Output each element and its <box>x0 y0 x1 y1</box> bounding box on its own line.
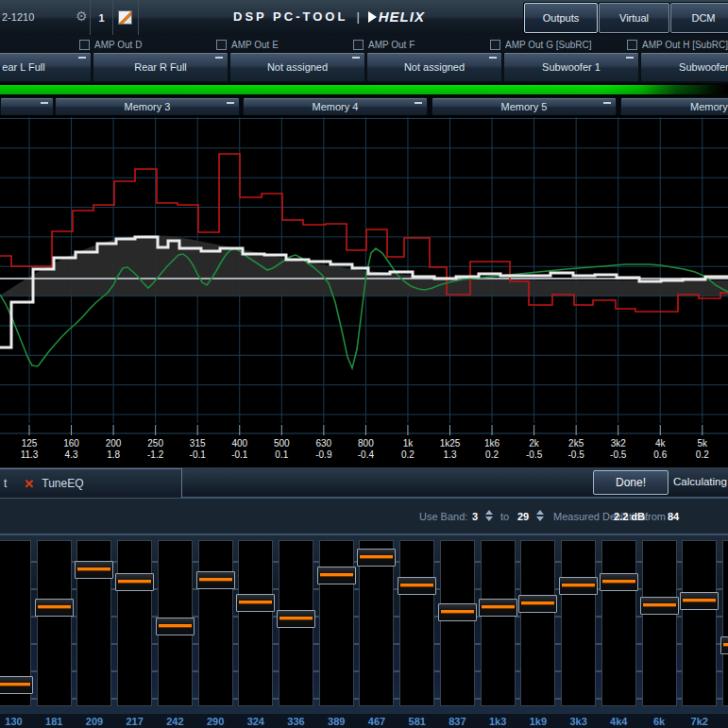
eq-slider-handle[interactable] <box>115 573 154 591</box>
eq-slider <box>601 533 636 713</box>
channel-assign-button[interactable]: ear L Full <box>0 52 92 82</box>
eq-slider-track[interactable] <box>238 540 273 706</box>
tab-tuneeq[interactable]: t ✕ TuneEQ <box>0 468 182 498</box>
eq-handle-accent <box>239 601 272 603</box>
eq-slider-handle[interactable] <box>559 577 598 595</box>
eq-handle-accent <box>38 605 71 608</box>
amp-out-checkbox[interactable] <box>353 40 364 50</box>
amp-out-checkbox[interactable] <box>490 40 500 50</box>
to-label: to <box>500 511 509 522</box>
eq-slider-handle[interactable] <box>600 573 638 591</box>
collapse-dash <box>227 102 234 104</box>
title-bar: 2-1210 ⚙ 1 DSP PC-TOOL | HELIX Outputs V… <box>0 0 728 37</box>
eq-slider-handle[interactable] <box>156 618 195 635</box>
virtual-button[interactable]: Virtual <box>599 3 669 33</box>
dcm-button[interactable]: DCM <box>670 3 728 33</box>
eq-handle-accent <box>118 580 151 583</box>
outputs-button[interactable]: Outputs <box>524 3 598 33</box>
eq-slider-track[interactable] <box>722 540 728 706</box>
eq-handle-accent <box>643 603 676 606</box>
channel-assign-button[interactable]: Not assigned <box>229 52 365 82</box>
eq-band-frequency-label: 336 <box>287 716 304 727</box>
gear-icon[interactable]: ⚙ <box>76 8 88 24</box>
memory-tab-5[interactable]: Memory 5 <box>432 97 617 116</box>
eq-slider-track[interactable] <box>481 540 516 706</box>
eq-slider-track[interactable] <box>198 540 233 706</box>
memory-tab-4[interactable]: Memory 4 <box>243 97 428 116</box>
eq-slider-handle[interactable] <box>277 610 315 628</box>
done-button[interactable]: Done! <box>593 470 669 495</box>
eq-slider-track[interactable] <box>601 540 636 706</box>
eq-band-frequency-label: 130 <box>5 716 22 727</box>
eq-slider-handle[interactable] <box>518 595 557 613</box>
amp-out-checkbox[interactable] <box>79 40 90 50</box>
eq-slider-handle[interactable] <box>317 567 356 584</box>
channel-number-box[interactable]: 1 <box>90 0 113 35</box>
band-gain-value: -0.1 <box>231 449 247 460</box>
eq-slider-handle[interactable] <box>720 636 728 654</box>
eq-slider-handle[interactable] <box>75 561 113 579</box>
eq-handle-accent <box>521 601 554 604</box>
freq-tick-label: 1k6 <box>484 438 499 449</box>
band-gain-value: -0.1 <box>190 449 206 460</box>
memory-tab-3[interactable]: Memory 3 <box>55 97 240 116</box>
eq-slider-track[interactable] <box>561 540 596 706</box>
band-gain-value: 0.1 <box>275 449 288 460</box>
amp-out-checkbox[interactable] <box>216 40 227 50</box>
edit-button[interactable] <box>112 0 139 35</box>
channel-assign-button[interactable]: Not assigned <box>366 52 502 82</box>
eq-slider-track[interactable] <box>682 540 717 706</box>
eq-slider-track[interactable] <box>117 540 152 706</box>
channel-assign-button[interactable]: Subwoofer 1 <box>503 52 639 82</box>
amp-out-checkbox[interactable] <box>627 40 637 50</box>
eq-band-frequency-label: 290 <box>207 716 224 727</box>
freq-tick-label: 315 <box>190 438 206 449</box>
band-gain-value: -0.5 <box>610 449 626 460</box>
eq-slider-handle[interactable] <box>479 599 517 617</box>
eq-slider-track[interactable] <box>440 540 475 706</box>
eq-slider-handle[interactable] <box>398 577 436 595</box>
channel-assign-button[interactable]: Rear R Full <box>93 52 229 82</box>
eq-slider-track[interactable] <box>642 540 677 706</box>
eq-slider-handle[interactable] <box>35 599 74 617</box>
device-id: 2-1210 <box>2 11 34 23</box>
eq-slider-handle[interactable] <box>640 597 679 615</box>
eq-slider-track[interactable] <box>319 540 354 706</box>
freq-tick-label: 630 <box>316 438 332 449</box>
collapse-dash <box>489 57 497 59</box>
eq-slider-handle[interactable] <box>357 549 396 567</box>
eq-slider-handle[interactable] <box>236 594 275 612</box>
eq-slider <box>238 533 273 713</box>
collapse-dash <box>603 102 611 104</box>
channel-assign-button[interactable]: Subwoofer 1 <box>640 52 728 82</box>
freq-tick-label: 500 <box>274 438 290 449</box>
channel-cell: AMP Out H [SubRC] Subwoofer 1 <box>640 36 728 83</box>
band-gain-value: 4.3 <box>65 449 78 460</box>
eq-slider-track[interactable] <box>399 540 434 706</box>
band-from-spinner[interactable] <box>485 510 493 521</box>
memory-tab-partial[interactable] <box>0 97 54 116</box>
eq-slider-handle[interactable] <box>438 603 477 621</box>
eq-slider-track[interactable] <box>37 540 72 706</box>
frequency-axis: 12511.31604.32001.8250-1.2315-0.1400-0.1… <box>0 435 728 467</box>
freq-tick-label: 1k25 <box>440 438 461 449</box>
eq-slider <box>158 533 193 713</box>
close-tab-icon[interactable]: ✕ <box>24 478 34 490</box>
eq-slider <box>0 533 31 713</box>
memory-tab-6[interactable]: Memory 6 <box>620 97 728 116</box>
collapse-dash <box>352 57 360 59</box>
band-to-spinner[interactable] <box>536 510 544 521</box>
eq-slider-handle[interactable] <box>196 571 235 589</box>
eq-handle-accent <box>683 599 716 601</box>
freq-tick-label: 125 <box>22 438 38 449</box>
eq-slider-track[interactable] <box>520 540 555 706</box>
graphic-eq-panel <box>0 533 728 713</box>
tab-tuneeq-label: TuneEQ <box>42 477 83 490</box>
eq-slider-handle[interactable] <box>680 592 719 610</box>
amp-out-label: AMP Out H [SubRC] <box>642 40 728 50</box>
eq-slider-handle[interactable] <box>0 676 33 694</box>
collapse-dash <box>41 102 48 104</box>
band-gain-value: 0.2 <box>401 449 415 460</box>
eq-slider <box>520 533 555 713</box>
eq-band-frequency-label: 181 <box>45 716 62 727</box>
